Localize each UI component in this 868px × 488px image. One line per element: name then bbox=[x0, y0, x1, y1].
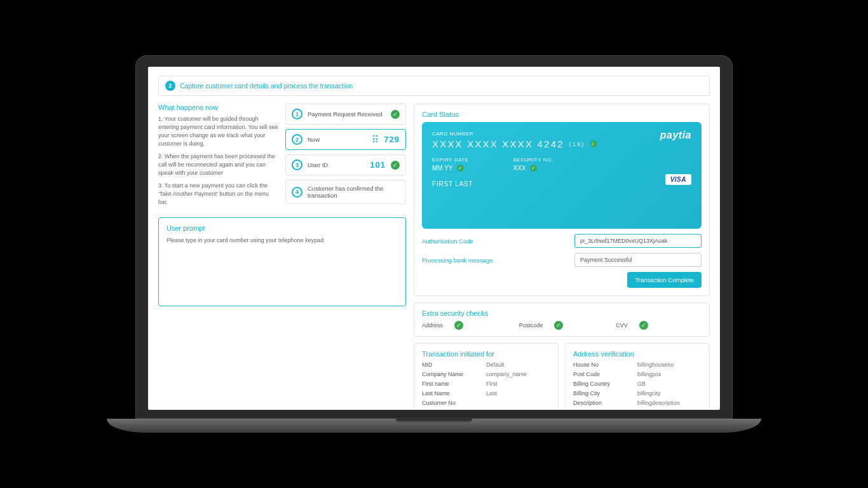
what-happens-p1: 1. Your customer will be guided through … bbox=[158, 115, 279, 148]
wizard-title: Capture customer card details and proces… bbox=[180, 82, 353, 90]
step-3-value: 101 bbox=[370, 160, 386, 170]
step-3-label: User ID bbox=[308, 161, 365, 168]
cardholder-name: FIRST LAST bbox=[432, 180, 691, 187]
step-4-badge: 4 bbox=[292, 187, 302, 198]
company-key: Company Name bbox=[422, 371, 486, 377]
card-number-value: XXXX XXXX XXXX 4242 bbox=[432, 139, 564, 149]
firstname-value: First bbox=[486, 381, 550, 387]
postcode-value: billingpos bbox=[637, 371, 702, 377]
wizard-header: 2 Capture customer card details and proc… bbox=[158, 76, 710, 96]
card-status-panel: Card Status paytia CARD NUMBER XXXX XXXX… bbox=[414, 104, 710, 296]
what-happens-p3: 3. To start a new payment you can click … bbox=[158, 182, 279, 207]
house-value: billinghouseno bbox=[637, 362, 702, 368]
check-icon: ✓ bbox=[391, 110, 400, 119]
card-number-label: CARD NUMBER bbox=[432, 131, 691, 137]
screen-bezel: 2 Capture customer card details and proc… bbox=[135, 55, 733, 419]
check-icon: ✓ bbox=[590, 140, 597, 147]
laptop-base bbox=[107, 419, 761, 433]
mid-key: MID bbox=[422, 362, 486, 368]
what-happens-title: What happens now bbox=[158, 104, 279, 111]
what-happens-p2: 2. When the payment has been processed t… bbox=[158, 152, 279, 177]
company-value: company_name bbox=[486, 371, 550, 377]
firstname-key: First name bbox=[422, 381, 486, 387]
country-key: Billing Country bbox=[573, 381, 637, 387]
step-3-badge: 3 bbox=[292, 159, 302, 170]
check-cvv-label: CVV bbox=[616, 322, 628, 329]
check-postcode-label: Postcode bbox=[519, 322, 543, 329]
address-verification-panel: Address verification House Nobillinghous… bbox=[565, 343, 710, 410]
check-icon: ✓ bbox=[639, 321, 648, 330]
security-value: XXX bbox=[513, 165, 526, 172]
step-4-label: Customer has confirmed the transaction bbox=[308, 185, 400, 199]
step-confirmed: 4 Customer has confirmed the transaction bbox=[285, 180, 406, 204]
steps-panel: 1 Payment Request Received ✓ 2 Now ⠿ 729 bbox=[285, 104, 406, 211]
lastname-value: Last bbox=[486, 390, 550, 396]
user-prompt-title: User prompt bbox=[166, 224, 398, 232]
card-status-title: Card Status bbox=[422, 111, 702, 118]
user-prompt-panel: User prompt Please type in your card num… bbox=[158, 217, 406, 306]
step-2-label: Now bbox=[308, 136, 367, 143]
keypad-icon: ⠿ bbox=[372, 135, 379, 144]
expiry-value: MM YY bbox=[432, 165, 453, 172]
wizard-step-badge: 2 bbox=[165, 81, 175, 91]
transaction-initiated-panel: Transaction initiated for MIDDefault Com… bbox=[414, 343, 559, 410]
auth-code-field[interactable]: pi_3Lrbwd17MED0vxUQ13XjAoak bbox=[574, 234, 702, 248]
check-icon: ✓ bbox=[454, 321, 463, 330]
step-1-label: Payment Request Received bbox=[308, 111, 386, 118]
mid-value: Default bbox=[486, 362, 550, 368]
lastname-key: Last Name bbox=[422, 390, 486, 396]
step-payment-request: 1 Payment Request Received ✓ bbox=[285, 104, 406, 125]
security-checks-title: Extra security checks bbox=[422, 309, 702, 317]
city-value: billingcity bbox=[637, 390, 702, 396]
check-icon: ✓ bbox=[391, 161, 400, 170]
what-happens-panel: What happens now 1. Your customer will b… bbox=[158, 104, 279, 211]
check-address-label: Address bbox=[422, 322, 443, 329]
visa-badge: VISA bbox=[665, 174, 691, 185]
transaction-complete-button[interactable]: Transaction Complete bbox=[627, 272, 702, 288]
step-user-id: 3 User ID 101 ✓ bbox=[285, 154, 406, 175]
card-digit-count: (16) bbox=[569, 141, 585, 147]
bank-message-field[interactable]: Payment Successful bbox=[574, 253, 702, 267]
credit-card-visual: paytia CARD NUMBER XXXX XXXX XXXX 4242 (… bbox=[422, 122, 702, 229]
app-screen: 2 Capture customer card details and proc… bbox=[148, 67, 720, 410]
city-key: Billing City bbox=[573, 390, 637, 396]
step-now: 2 Now ⠿ 729 bbox=[285, 129, 406, 150]
desc-value: billingdescription bbox=[637, 400, 702, 406]
user-prompt-text: Please type in your card number using yo… bbox=[166, 237, 398, 243]
postcode-key: Post Code bbox=[573, 371, 637, 377]
laptop-frame: 2 Capture customer card details and proc… bbox=[135, 55, 733, 433]
security-label: SECURITY NO. bbox=[513, 157, 553, 163]
step-2-badge: 2 bbox=[292, 134, 302, 145]
house-key: House No bbox=[573, 362, 637, 368]
auth-code-label: Authorisation Code bbox=[422, 238, 568, 245]
check-icon: ✓ bbox=[457, 165, 464, 172]
custno-key: Customer No bbox=[422, 400, 486, 406]
custno-value bbox=[486, 400, 550, 406]
check-icon: ✓ bbox=[530, 165, 537, 172]
bank-message-label: Processing bank message bbox=[422, 257, 568, 264]
address-verification-title: Address verification bbox=[573, 350, 702, 358]
country-value: GB bbox=[637, 381, 702, 387]
desc-key: Description bbox=[573, 400, 637, 406]
expiry-label: EXPIRY DATE bbox=[432, 157, 469, 163]
security-checks-panel: Extra security checks Address✓ Postcode✓… bbox=[414, 302, 710, 337]
step-1-badge: 1 bbox=[292, 109, 302, 119]
transaction-initiated-title: Transaction initiated for bbox=[422, 350, 550, 358]
check-icon: ✓ bbox=[554, 321, 563, 330]
step-2-value: 729 bbox=[384, 135, 400, 144]
